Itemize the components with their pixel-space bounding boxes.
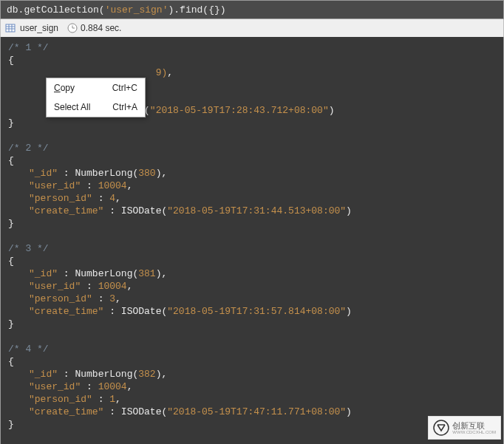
menu-shortcut: Ctrl+A: [112, 102, 137, 112]
svg-point-8: [434, 420, 449, 435]
clock-icon: [67, 23, 78, 33]
context-menu: Copy Ctrl+C Select All Ctrl+A: [46, 78, 146, 117]
watermark-text-1: 创新互联: [452, 421, 496, 430]
collection-name: user_sign: [20, 23, 58, 33]
watermark-text-2: WWW.CDCXHL.COM: [452, 430, 496, 435]
query-bar[interactable]: db.getCollection('user_sign').find({}): [0, 0, 504, 19]
status-bar: user_sign 0.884 sec.: [0, 19, 504, 37]
menu-shortcut: Ctrl+C: [112, 83, 137, 93]
watermark: 创新互联 WWW.CDCXHL.COM: [428, 416, 501, 440]
watermark-logo-icon: [433, 420, 449, 436]
menu-item-select-all[interactable]: Select All Ctrl+A: [47, 98, 145, 117]
menu-label: Copy: [54, 83, 75, 93]
menu-label: Select All: [54, 102, 90, 112]
query-text: db.getCollection('user_sign').find({}): [7, 4, 226, 16]
execution-time: 0.884 sec.: [81, 23, 121, 33]
svg-rect-0: [6, 24, 15, 32]
menu-item-copy[interactable]: Copy Ctrl+C: [47, 78, 145, 98]
table-icon: [5, 23, 16, 33]
